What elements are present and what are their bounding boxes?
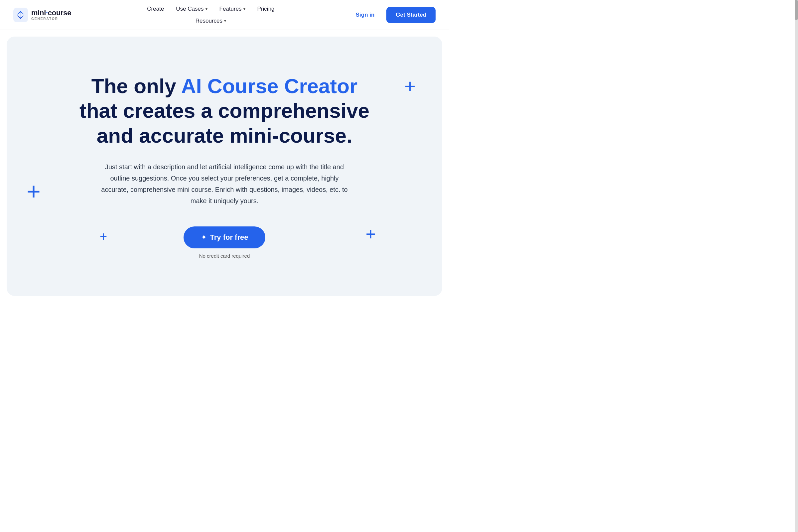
logo-sub: GENERATOR [31, 17, 71, 21]
nav-row-1: Create Use Cases ▾ Features ▾ Pricing [141, 3, 280, 15]
resources-chevron-icon: ▾ [224, 19, 226, 23]
nav-resources[interactable]: Resources ▾ [190, 15, 231, 27]
nav-use-cases[interactable]: Use Cases ▾ [171, 3, 212, 15]
hero-title-plain-2: that creates a comprehensive and accurat… [79, 99, 369, 147]
plus-decoration-bottom-left: + [100, 230, 107, 243]
plus-decoration-top-right: + [404, 76, 416, 96]
try-for-free-button[interactable]: ✦ Try for free [184, 226, 266, 248]
main-nav: Create Use Cases ▾ Features ▾ Pricing Re… [141, 3, 280, 27]
hero-title-plain-1: The only [92, 75, 181, 97]
logo-text: mini·course GENERATOR [31, 9, 71, 21]
hero-title: The only AI Course Creator that creates … [75, 74, 374, 148]
logo-name: mini·course [31, 9, 71, 17]
hero-subtitle: Just start with a description and let ar… [100, 161, 349, 207]
sign-in-button[interactable]: Sign in [350, 9, 380, 21]
use-cases-chevron-icon: ▾ [206, 7, 208, 11]
nav-row-2: Resources ▾ [190, 15, 231, 27]
hero-cta-area: ✦ Try for free No credit card required [184, 226, 266, 259]
nav-create[interactable]: Create [141, 3, 169, 15]
try-btn-plus-icon: ✦ [201, 233, 207, 242]
plus-decoration-bottom-right: + [366, 225, 376, 243]
features-chevron-icon: ▾ [243, 7, 245, 11]
logo[interactable]: mini·course GENERATOR [13, 8, 71, 22]
no-credit-card-label: No credit card required [199, 253, 250, 259]
plus-decoration-left-mid: + [26, 179, 41, 203]
hero-section: + + + + The only AI Course Creator that … [7, 37, 442, 296]
try-btn-label: Try for free [210, 233, 248, 242]
nav-pricing[interactable]: Pricing [252, 3, 280, 15]
header: mini·course GENERATOR Create Use Cases ▾… [0, 0, 449, 30]
hero-title-highlight: AI Course Creator [181, 75, 358, 97]
nav-features[interactable]: Features ▾ [214, 3, 251, 15]
get-started-button[interactable]: Get Started [386, 7, 436, 23]
logo-icon [13, 8, 28, 22]
header-actions: Sign in Get Started [350, 7, 436, 23]
